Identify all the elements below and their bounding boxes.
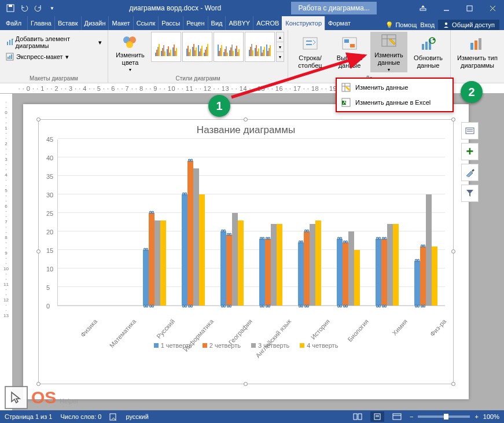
add-chart-element-button[interactable]: +Добавить элемент диаграммы ▾ — [3, 34, 104, 50]
svg-point-142 — [337, 305, 340, 307]
svg-point-131 — [268, 305, 270, 307]
svg-point-104 — [149, 211, 152, 214]
svg-rect-46 — [201, 46, 203, 56]
chart-elements-icon[interactable]: + — [461, 143, 479, 160]
chart-x-axis: ФизикаМатематикаРусскийИнформатикаГеогра… — [57, 306, 445, 340]
svg-rect-37 — [189, 52, 190, 56]
tab-insert[interactable]: Вставк — [54, 16, 81, 30]
maximize-icon[interactable] — [458, 0, 481, 16]
close-icon[interactable] — [481, 0, 504, 16]
svg-rect-43 — [198, 45, 199, 56]
tab-view[interactable]: Вид — [208, 16, 226, 30]
svg-point-120 — [227, 233, 229, 236]
tab-file[interactable]: Файл — [0, 16, 27, 30]
status-wordcount[interactable]: Число слов: 0 — [60, 413, 101, 420]
window-title: диаграмма ворд.docx - Word — [59, 4, 291, 12]
status-language[interactable]: русский — [126, 413, 148, 420]
qat-dropdown-icon[interactable]: ▼ — [45, 1, 59, 15]
svg-point-133 — [301, 241, 303, 243]
status-page[interactable]: Страница 1 из 1 — [5, 413, 52, 420]
zoom-slider[interactable] — [418, 415, 470, 418]
svg-rect-19 — [155, 53, 156, 56]
svg-point-141 — [340, 237, 342, 240]
ribbon-tabs: Файл Главна Вставк Дизайн Макет Ссылк Ра… — [0, 16, 504, 30]
change-chart-type-button[interactable]: Изменить тип диаграммы — [454, 32, 501, 72]
svg-point-140 — [337, 237, 340, 240]
edit-data-button[interactable]: Изменить данные▼ — [370, 32, 407, 72]
svg-point-116 — [221, 230, 223, 232]
undo-icon[interactable] — [17, 1, 31, 15]
tab-chart-design[interactable]: Конструктор — [282, 16, 325, 30]
svg-point-106 — [149, 305, 152, 307]
group-layouts-label: Макеты диаграмм — [3, 75, 104, 83]
svg-point-112 — [188, 159, 190, 161]
ribbon-options-icon[interactable] — [411, 0, 435, 16]
svg-point-150 — [376, 305, 378, 307]
svg-rect-170 — [393, 414, 401, 420]
svg-rect-31 — [172, 47, 174, 56]
chart-styles-icon[interactable] — [461, 164, 479, 181]
svg-point-149 — [378, 237, 381, 240]
svg-rect-91 — [425, 42, 428, 50]
chart-plot-area[interactable]: 051015202530354045 — [57, 139, 445, 306]
page: + Название диаграммы 051015202530354045 … — [23, 104, 469, 399]
view-read-icon[interactable] — [353, 413, 362, 420]
change-colors-button[interactable]: Изменить цвета▼ — [112, 32, 149, 72]
svg-rect-86 — [350, 44, 355, 47]
tab-references[interactable]: Ссылк — [133, 16, 159, 30]
proofing-icon[interactable] — [109, 413, 117, 421]
svg-rect-40 — [193, 44, 194, 56]
tell-me[interactable]: 💡 Помощ — [385, 21, 417, 29]
zoom-out-icon[interactable]: − — [410, 413, 413, 420]
svg-rect-48 — [205, 50, 206, 56]
minimize-icon[interactable] — [435, 0, 458, 16]
view-web-icon[interactable] — [392, 413, 402, 420]
tab-layout[interactable]: Макет — [108, 16, 133, 30]
svg-rect-14 — [9, 56, 10, 59]
svg-rect-21 — [157, 47, 159, 56]
save-icon[interactable] — [3, 1, 17, 15]
svg-point-129 — [268, 237, 270, 240]
svg-rect-1 — [9, 5, 12, 7]
tab-design[interactable]: Дизайн — [81, 16, 109, 30]
share-button[interactable]: Общий доступ — [438, 20, 499, 30]
svg-line-178 — [231, 56, 365, 97]
refresh-data-button[interactable]: Обновить данные — [410, 32, 447, 72]
tab-abbyy[interactable]: ABBYY — [225, 16, 253, 30]
svg-rect-8 — [7, 42, 8, 45]
svg-point-122 — [227, 305, 229, 307]
svg-point-135 — [301, 305, 303, 307]
svg-rect-24 — [162, 48, 163, 56]
svg-point-115 — [190, 305, 193, 307]
svg-rect-34 — [176, 48, 177, 56]
svg-point-163 — [423, 305, 425, 307]
svg-rect-94 — [470, 43, 473, 50]
svg-rect-166 — [358, 414, 362, 420]
chart-layout-options-icon[interactable] — [461, 122, 479, 139]
svg-rect-47 — [204, 53, 205, 56]
svg-rect-54 — [221, 45, 222, 56]
chart-filters-icon[interactable] — [461, 185, 479, 202]
svg-rect-95 — [474, 41, 477, 50]
svg-point-123 — [229, 305, 231, 307]
chart-title[interactable]: Название диаграммы — [43, 124, 448, 136]
tab-home[interactable]: Главна — [27, 16, 54, 30]
zoom-in-icon[interactable]: + — [474, 413, 478, 420]
svg-rect-9 — [9, 40, 10, 45]
redo-icon[interactable] — [31, 1, 45, 15]
tab-acrobat[interactable]: ACROB — [253, 16, 282, 30]
zoom-level[interactable]: 100% — [483, 413, 499, 420]
vertical-ruler: ··0··1··2··3··4··5··6··7··8··9··10··11··… — [0, 94, 13, 410]
chart-object[interactable]: + Название диаграммы 051015202530354045 … — [38, 119, 454, 384]
svg-point-158 — [415, 305, 417, 307]
svg-point-148 — [376, 237, 378, 240]
tab-chart-format[interactable]: Формат — [325, 16, 354, 30]
tab-mailings[interactable]: Рассы — [158, 16, 183, 30]
tab-review[interactable]: Рецен — [183, 16, 207, 30]
svg-point-157 — [417, 259, 420, 262]
svg-point-137 — [307, 230, 309, 232]
quick-layout-button[interactable]: Экспресс-макет ▾ — [3, 52, 71, 62]
svg-rect-36 — [187, 46, 189, 56]
view-print-icon[interactable] — [370, 411, 384, 422]
signin[interactable]: Вход — [420, 21, 435, 28]
